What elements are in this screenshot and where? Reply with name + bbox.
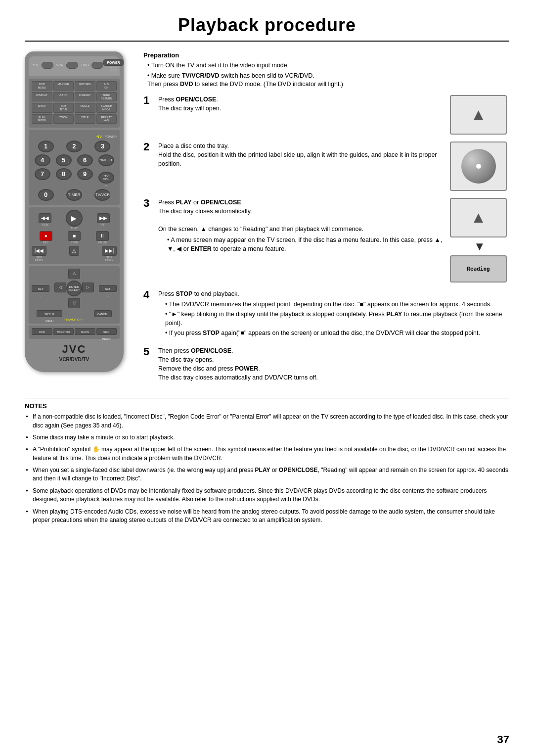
remote-section: *TV VCR DVD POWER — [25, 51, 134, 372]
eject-symbol: ▲ — [471, 105, 487, 124]
vcr-mode-btn[interactable] — [66, 62, 78, 69]
page-title: Playback procedure — [25, 15, 509, 36]
right-content: Preparation Turn ON the TV and set it to… — [143, 51, 509, 389]
func-row-1: DVDMENU MARKER RETURN A-B/CH — [32, 81, 117, 91]
nav-down-btn[interactable]: ▽ — [68, 298, 80, 308]
enter-select-btn[interactable]: ENTERSELECT — [66, 281, 82, 296]
step-2-content: 2 Place a disc onto the tray. Hold the d… — [143, 142, 445, 168]
step-1-diagram: ▲ — [450, 95, 509, 135]
eject-diagram-2: ▲ — [450, 198, 507, 237]
disc-image — [461, 149, 496, 184]
step-3-content: 3 Press PLAY or OPEN/CLOSE. The disc tra… — [143, 198, 445, 255]
nav-left-btn[interactable]: ◁ — [54, 283, 66, 292]
zoom-btn[interactable]: ZOOM — [53, 114, 74, 124]
step-1-content: 1 Press OPEN/CLOSE. The disc tray will o… — [143, 95, 445, 113]
remote-top-row1: *TV VCR DVD POWER — [33, 59, 116, 71]
note-4: When you set a single-faced disc label d… — [25, 466, 509, 483]
ab-ch-btn[interactable]: A-B/CH — [96, 81, 117, 91]
disc-hole — [476, 164, 481, 169]
slow-btn[interactable]: SLOW — [75, 328, 95, 335]
set-minus-btn[interactable]: SET− — [32, 285, 49, 292]
rec-btn[interactable]: ● — [40, 231, 52, 241]
creset-btn[interactable]: C.RESET — [75, 92, 95, 101]
step-3-diagram: ▲ ▼ Reading — [450, 198, 509, 283]
transport-row-2: ● REC ■ STOP ⏸ PAUSE — [32, 231, 117, 244]
angle-btn[interactable]: ANGLE — [75, 103, 95, 112]
power-btn[interactable]: POWER — [103, 59, 123, 66]
skip-index-btn[interactable]: SKIPINDEX — [96, 328, 117, 335]
num-1-btn[interactable]: 1 — [38, 141, 54, 152]
num-9-btn[interactable]: 9 — [77, 168, 93, 180]
zero-return-btn[interactable]: ZERORETURN — [96, 92, 117, 101]
num-8-btn[interactable]: 8 — [56, 168, 72, 180]
cancel-btn[interactable]: CANCEL — [94, 310, 112, 317]
nav-right-btn[interactable]: ▷ — [82, 283, 94, 292]
eject-diagram: ▲ — [450, 95, 507, 135]
transport-row-1: ◀◀ REW ▶ PLAY ▶▶ FF — [32, 210, 117, 230]
pause-btn[interactable]: ⏸ — [96, 231, 109, 241]
dvd-menu-btn[interactable]: DVDMENU — [32, 81, 52, 91]
repeat-ab-btn[interactable]: REPEATA-B — [96, 114, 117, 124]
prev-btn[interactable]: |◀◀ — [32, 246, 46, 256]
tv-vcr-btn[interactable]: TV/VCR — [94, 189, 110, 201]
marker-btn[interactable]: MARKER — [53, 81, 74, 91]
num-3-btn[interactable]: 3 — [94, 141, 110, 152]
step-4: 4 Press STOP to end playback. The DVD/VC… — [143, 289, 509, 339]
step4-sublist: The DVD/VCR memorizes the stopped point,… — [158, 300, 509, 338]
timer-btn[interactable]: TIMER — [66, 189, 82, 201]
step-1: 1 Press OPEN/CLOSE. The disc tray will o… — [143, 95, 509, 135]
remote-numpad-section: *TV POWER 1 2 3 4 5 ° 6 *INPUT — [29, 130, 120, 205]
num-7-btn[interactable]: 7 — [35, 168, 50, 180]
up-nav-btn[interactable]: △ — [69, 246, 79, 256]
nav-up-btn[interactable]: △ — [68, 269, 80, 279]
tv-mode-btn[interactable] — [42, 62, 53, 69]
step4-sub-3: If you press STOP again("■" appears on t… — [160, 329, 509, 338]
return-btn[interactable]: RETURN — [75, 81, 95, 91]
dvd-mode-btn[interactable] — [91, 62, 103, 69]
play-mode-btn[interactable]: PLAYMODE — [32, 114, 52, 124]
jvc-brand: JVC — [29, 343, 120, 356]
atrk-btn[interactable]: A.TRK — [53, 92, 74, 101]
step-1-number: 1 — [143, 95, 153, 106]
vcr-label: VCR/DVD/TV — [29, 357, 120, 362]
step3-sub-item: A menu screen may appear on the TV scree… — [162, 236, 445, 253]
power-dots — [103, 67, 123, 71]
step-3-number: 3 — [143, 198, 153, 209]
eject-symbol-2: ▲ — [471, 208, 487, 227]
remote-transport: ◀◀ REW ▶ PLAY ▶▶ FF — [29, 207, 120, 264]
stop-btn[interactable]: ■ — [68, 231, 81, 241]
num-5-btn[interactable]: 5 ° — [56, 154, 72, 166]
page-container: Playback procedure *TV VCR DVD — [0, 0, 534, 756]
tv-vol-btn[interactable]: *TVVOL — [98, 172, 114, 184]
title-rule — [25, 41, 509, 42]
note-1: If a non-compatible disc is loaded, "Inc… — [25, 413, 509, 430]
set-plus-btn[interactable]: SET+ — [99, 285, 117, 292]
step-3: 3 Press PLAY or OPEN/CLOSE. The disc tra… — [143, 198, 509, 283]
main-layout: *TV VCR DVD POWER — [25, 51, 509, 389]
remote-bottom: OSD MONITOR SLOW SKIPINDEX — [29, 326, 120, 339]
note-3: A "Prohibition" symbol ✋ may appear at t… — [25, 445, 509, 463]
num-0-btn[interactable]: 0 — [38, 189, 54, 201]
step-2-text: Place a disc onto the tray. Hold the dis… — [158, 142, 445, 168]
search-mode-btn[interactable]: SEARCHMODE — [96, 103, 117, 112]
osd-btn[interactable]: OSD — [32, 328, 52, 335]
rew-btn[interactable]: ◀◀ — [39, 213, 51, 223]
num-6-btn[interactable]: 6 — [77, 154, 93, 166]
num-2-btn[interactable]: 2 — [66, 141, 82, 152]
setup-menu-btn[interactable]: SET UPMENU — [37, 310, 62, 317]
func-row-2: DISPLAY A.TRK C.RESET ZERORETURN — [32, 92, 117, 101]
display-btn[interactable]: DISPLAY — [32, 92, 52, 101]
next-btn[interactable]: ▶▶| — [102, 246, 117, 256]
ff-btn[interactable]: ▶▶ — [97, 213, 110, 223]
num-4-btn[interactable]: 4 — [35, 154, 50, 166]
monitor-btn[interactable]: MONITOR — [53, 328, 74, 335]
prep-item-1: Turn ON the TV and set it to the video i… — [147, 61, 509, 70]
play-btn[interactable]: ▶ — [66, 210, 83, 227]
step-1-text: Press OPEN/CLOSE. The disc tray will ope… — [158, 95, 445, 113]
subtitle-btn[interactable]: SUBTITLE — [53, 103, 74, 112]
input-btn[interactable]: *INPUT — [98, 154, 114, 166]
preparation-heading: Preparation — [143, 51, 509, 59]
sp-ep-btn[interactable]: SP/EP — [32, 103, 52, 112]
step-2-number: 2 — [143, 142, 153, 152]
title-btn[interactable]: TITLE — [75, 114, 95, 124]
